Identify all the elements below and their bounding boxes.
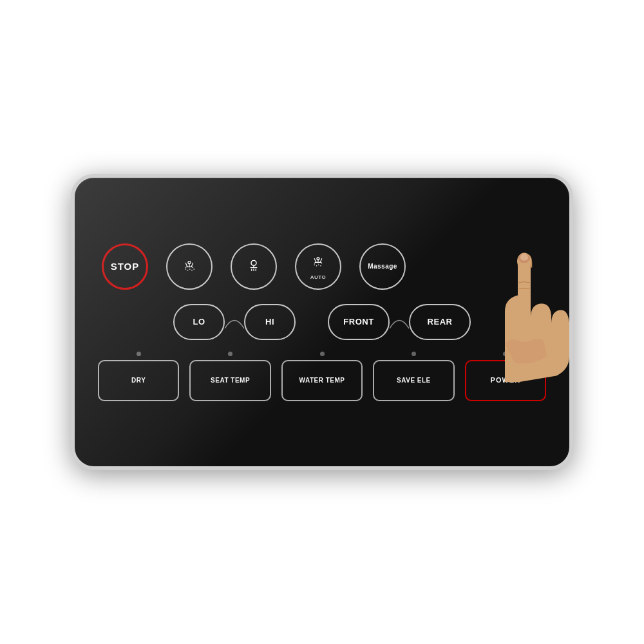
front-wash-icon [243, 256, 264, 277]
water-temp-wrap: WATER TEMP [281, 352, 363, 401]
svg-point-5 [193, 269, 194, 270]
connector-lo-hi [225, 309, 244, 335]
save-ele-led [412, 352, 416, 356]
dry-wrap: DRY [98, 352, 179, 401]
power-wrap: POWER [465, 352, 546, 401]
control-panel: STOP [71, 174, 573, 470]
water-temp-led [320, 352, 325, 356]
massage-button[interactable]: Massage [359, 243, 406, 290]
front-wash-button[interactable] [231, 243, 277, 290]
power-button[interactable]: POWER [465, 360, 546, 401]
rear-button[interactable]: REAR [409, 304, 471, 340]
bottom-button-row: DRY SEAT TEMP WATER TEMP SAVE ELE POWER [95, 352, 549, 401]
svg-point-14 [316, 265, 317, 267]
middle-button-row: LO HI FRONT REAR [95, 304, 549, 340]
svg-point-15 [318, 264, 319, 265]
svg-point-2 [187, 269, 189, 270]
front-button[interactable]: FRONT [328, 304, 390, 340]
top-button-row: STOP [95, 243, 549, 290]
rear-wash-button[interactable] [166, 243, 213, 290]
svg-point-3 [189, 269, 191, 270]
dry-button[interactable]: DRY [98, 360, 179, 401]
lo-button[interactable]: LO [173, 304, 225, 340]
auto-label: AUTO [310, 274, 327, 280]
water-temp-button[interactable]: WATER TEMP [281, 360, 363, 401]
power-led [503, 352, 507, 356]
auto-icon [308, 252, 328, 273]
rear-wash-icon [179, 256, 200, 277]
auto-button[interactable]: AUTO [295, 243, 341, 290]
svg-point-6 [251, 260, 256, 265]
svg-point-1 [185, 269, 187, 270]
stop-button[interactable]: STOP [102, 243, 148, 290]
svg-point-16 [320, 265, 321, 267]
seat-temp-wrap: SEAT TEMP [189, 352, 270, 401]
connector-front-rear [390, 309, 409, 335]
svg-point-13 [314, 264, 316, 265]
dry-led [137, 352, 141, 356]
seat-temp-button[interactable]: SEAT TEMP [189, 360, 270, 401]
svg-point-4 [191, 269, 193, 270]
save-ele-button[interactable]: SAVE ELE [373, 360, 454, 401]
seat-temp-led [228, 352, 232, 356]
save-ele-wrap: SAVE ELE [373, 352, 454, 401]
hi-button[interactable]: HI [244, 304, 296, 340]
